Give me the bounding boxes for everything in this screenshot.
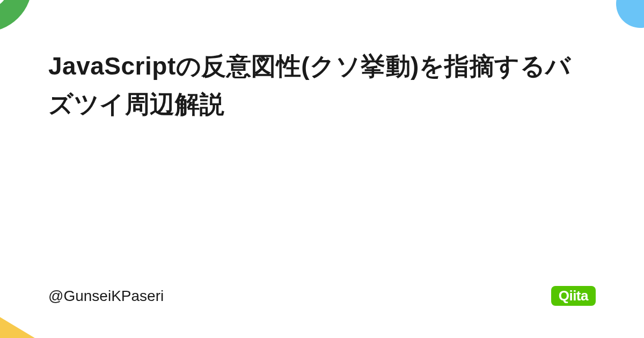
decoration-triangle-bottom-left xyxy=(0,299,49,338)
author-handle: @GunseiKPaseri xyxy=(48,288,164,305)
qiita-logo: Qiita xyxy=(551,286,596,306)
decoration-circle-top-right xyxy=(616,0,644,28)
article-title: JavaScriptの反意図性(クソ挙動)を指摘するバズツイ周辺解説 xyxy=(48,47,596,124)
decoration-ring-top-left xyxy=(0,0,32,32)
footer: @GunseiKPaseri Qiita xyxy=(48,286,596,306)
content-area: JavaScriptの反意図性(クソ挙動)を指摘するバズツイ周辺解説 xyxy=(48,47,596,124)
